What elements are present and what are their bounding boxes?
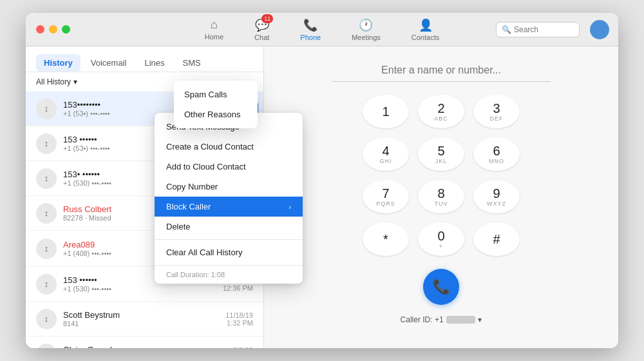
dial-main-label: *: [383, 233, 388, 246]
dial-main-label: 1: [382, 105, 389, 118]
filter-label: All History: [36, 77, 71, 86]
dial-sub-label: WXYZ: [487, 200, 506, 207]
call-type-icon: ↕: [36, 239, 57, 259]
context-menu: Send Text Message Create a Cloud Contact…: [155, 113, 303, 284]
dial-sub-label: PQRS: [376, 200, 395, 207]
call-type-icon: ↕: [36, 274, 57, 295]
avatar[interactable]: [590, 20, 609, 39]
search-box[interactable]: 🔍: [496, 22, 580, 37]
call-type-icon: ↕: [36, 309, 57, 329]
dial-sub-label: +: [439, 243, 443, 249]
dial-main-label: 2: [437, 102, 444, 115]
dial-sub-label: JKL: [435, 158, 448, 164]
dial-key-3[interactable]: 3DEF: [473, 95, 520, 128]
dial-sub-label: ABC: [434, 115, 448, 122]
dial-main-label: 0: [437, 229, 444, 242]
dial-sub-label: GHI: [379, 158, 392, 164]
call-meta: 11/18/191:32 PM: [225, 311, 253, 327]
dial-key-9[interactable]: 9WXYZ: [473, 180, 520, 213]
search-icon: 🔍: [502, 25, 511, 34]
call-type-icon: ↕: [36, 133, 57, 154]
chevron-right-icon: ›: [289, 203, 291, 211]
dial-key-5[interactable]: 5JKL: [418, 137, 464, 171]
home-icon: ⌂: [211, 18, 218, 32]
submenu: Spam Calls Other Reasons: [174, 81, 258, 128]
tab-history[interactable]: History: [36, 54, 80, 72]
caller-id-label: Caller ID: +1: [401, 315, 444, 324]
ctx-separator-2: [155, 265, 303, 266]
tab-sms[interactable]: SMS: [175, 54, 209, 72]
contacts-icon: 👤: [419, 18, 433, 32]
dial-key-#[interactable]: #: [473, 222, 520, 256]
nav-phone[interactable]: 📞 Phone: [295, 15, 326, 44]
search-input[interactable]: [514, 25, 574, 34]
dial-main-label: 7: [382, 187, 389, 200]
caller-id-chevron[interactable]: ▾: [478, 315, 482, 324]
dial-main-label: 8: [437, 187, 444, 200]
call-sub: +1 (530) •••-••••: [63, 285, 223, 293]
dial-main-label: 6: [493, 144, 500, 157]
dial-main-label: 3: [493, 102, 500, 115]
right-panel: 12ABC3DEF4GHI5JKL6MNO7PQRS8TUV9WXYZ*0+# …: [264, 46, 618, 348]
dial-main-label: 5: [437, 144, 444, 157]
call-item[interactable]: ↕Claire Grayeb13179/9/1910:17 AM: [26, 337, 263, 348]
call-meta: 9/9/1910:17 AM: [223, 346, 253, 349]
caller-id-value: •••-•••-••••: [446, 316, 476, 324]
dial-key-7[interactable]: 7PQRS: [363, 180, 409, 213]
dial-key-4[interactable]: 4GHI: [363, 137, 409, 171]
nav-phone-label: Phone: [300, 34, 321, 41]
nav-meetings[interactable]: 🕐 Meetings: [346, 15, 386, 44]
call-sub: 8141: [63, 320, 225, 327]
ctx-create-contact[interactable]: Create a Cloud Contact: [155, 137, 303, 157]
tab-lines[interactable]: Lines: [137, 54, 172, 72]
caller-id-row: Caller ID: +1 •••-•••-•••• ▾: [401, 315, 482, 324]
dial-key-*[interactable]: *: [363, 222, 409, 256]
call-type-icon: ↕: [36, 99, 57, 119]
minimize-button[interactable]: [49, 25, 57, 34]
dial-main-label: 4: [382, 144, 389, 157]
titlebar: ⌂ Home 💬 Chat 11 📞 Phone 🕐 Meetings 👤 Co…: [26, 13, 618, 46]
nav-chat-label: Chat: [254, 34, 269, 41]
nav-chat[interactable]: 💬 Chat 11: [249, 15, 274, 44]
call-type-icon: ↕: [36, 344, 57, 349]
dial-key-1[interactable]: 1: [363, 95, 409, 128]
nav-contacts-label: Contacts: [412, 34, 439, 41]
tabs-row: History Voicemail Lines SMS: [26, 46, 263, 72]
call-phone-icon: 📞: [433, 278, 450, 295]
nav-home[interactable]: ⌂ Home: [200, 15, 229, 43]
ctx-delete[interactable]: Delete: [155, 217, 303, 237]
dial-key-0[interactable]: 0+: [418, 222, 464, 256]
ctx-copy-number[interactable]: Copy Number: [155, 177, 303, 197]
ctx-add-contact[interactable]: Add to Cloud Contact: [155, 157, 303, 177]
dial-sub-label: MNO: [489, 158, 504, 164]
dial-key-2[interactable]: 2ABC: [418, 95, 464, 128]
phone-icon: 📞: [303, 18, 317, 32]
dial-key-6[interactable]: 6MNO: [473, 137, 520, 171]
tab-voicemail[interactable]: Voicemail: [83, 54, 135, 72]
main-content: History Voicemail Lines SMS All History …: [26, 46, 618, 348]
call-name: Claire Grayeb: [63, 345, 223, 348]
dial-main-label: 9: [493, 187, 500, 200]
call-item[interactable]: ↕Scott Beystrum814111/18/191:32 PM: [26, 302, 263, 337]
close-button[interactable]: [36, 25, 44, 34]
dialpad: 12ABC3DEF4GHI5JKL6MNO7PQRS8TUV9WXYZ*0+#: [363, 95, 520, 256]
call-button[interactable]: 📞: [423, 269, 459, 305]
chevron-down-icon: ▾: [73, 77, 77, 86]
ctx-duration: Call Duration: 1:08: [155, 268, 303, 280]
nav-home-label: Home: [205, 33, 223, 41]
nav-contacts[interactable]: 👤 Contacts: [406, 15, 444, 44]
call-type-icon: ↕: [36, 203, 57, 224]
chat-badge: 11: [261, 14, 273, 23]
maximize-button[interactable]: [62, 25, 70, 34]
meetings-icon: 🕐: [359, 18, 373, 32]
sub-spam-calls[interactable]: Spam Calls: [174, 84, 258, 104]
ctx-block-caller[interactable]: Block Caller ›: [155, 197, 303, 217]
call-type-icon: ↕: [36, 168, 57, 189]
number-input[interactable]: [332, 59, 551, 82]
dial-main-label: #: [493, 233, 500, 246]
sub-other-reasons[interactable]: Other Reasons: [174, 104, 258, 124]
dial-sub-label: DEF: [490, 115, 504, 122]
ctx-clear-history[interactable]: Clear All Call History: [155, 242, 303, 262]
dial-key-8[interactable]: 8TUV: [418, 180, 464, 213]
traffic-lights: [36, 25, 70, 34]
